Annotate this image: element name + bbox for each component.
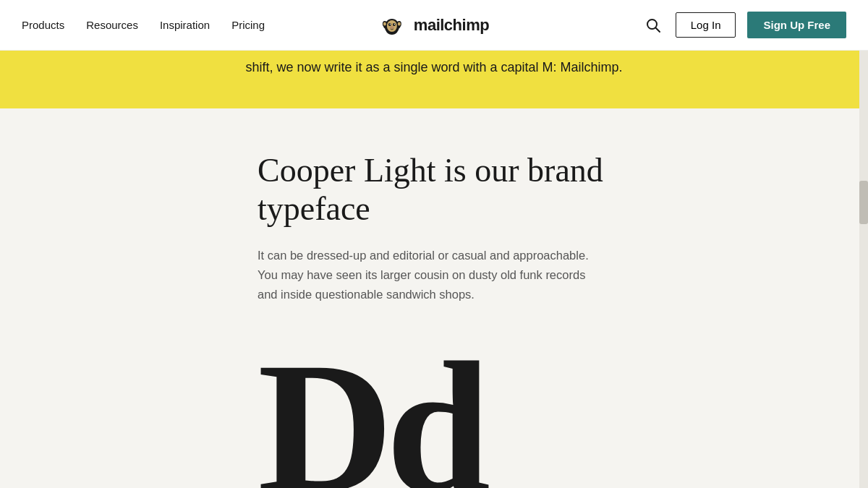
svg-point-5: [393, 23, 396, 26]
nav-resources[interactable]: Resources: [86, 19, 138, 31]
svg-point-8: [390, 26, 394, 29]
banner-text: shift, we now write it as a single word …: [231, 51, 637, 92]
nav-right: Log In Sign Up Free: [642, 12, 846, 38]
nav-logo[interactable]: mailchimp: [379, 12, 489, 38]
search-icon: [645, 17, 661, 33]
svg-point-6: [390, 23, 391, 24]
mailchimp-logo-text: mailchimp: [414, 16, 489, 35]
nav-left: Products Resources Inspiration Pricing: [22, 19, 265, 31]
scrollbar-thumb[interactable]: [859, 181, 868, 224]
svg-point-12: [398, 22, 401, 25]
section-body: It can be dressed-up and editorial or ca…: [258, 246, 590, 305]
mailchimp-monkey-icon: [379, 12, 405, 38]
scrollbar[interactable]: [859, 51, 868, 488]
nav-products[interactable]: Products: [22, 19, 64, 31]
main-content: Cooper Light is our brand typeface It ca…: [0, 108, 868, 488]
nav-pricing[interactable]: Pricing: [231, 19, 265, 31]
login-button[interactable]: Log In: [676, 12, 736, 38]
signup-button[interactable]: Sign Up Free: [747, 12, 846, 38]
big-letter-display: Dd: [258, 333, 868, 488]
navbar: Products Resources Inspiration Pricing m…: [0, 0, 868, 51]
nav-inspiration[interactable]: Inspiration: [160, 19, 210, 31]
section-heading: Cooper Light is our brand typeface: [258, 152, 605, 228]
svg-point-7: [394, 23, 395, 24]
svg-point-11: [383, 22, 386, 25]
svg-point-4: [388, 23, 391, 26]
svg-line-14: [655, 27, 660, 32]
search-button[interactable]: [642, 14, 664, 36]
